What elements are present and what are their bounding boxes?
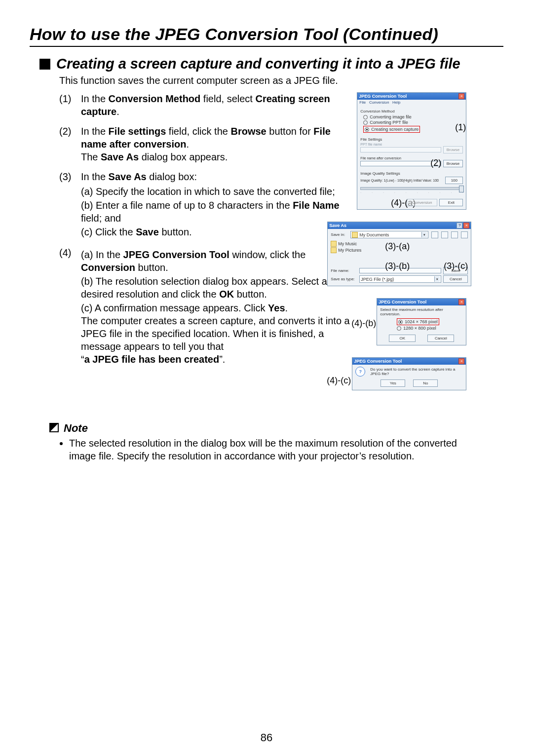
menu-conversion[interactable]: Conversion xyxy=(369,100,389,105)
menu-file[interactable]: File xyxy=(359,100,366,105)
chevron-down-icon: ▾ xyxy=(434,276,440,282)
step-3: (3) In the Save As dialog box: (a) Speci… xyxy=(59,170,352,239)
help-icon[interactable]: ? xyxy=(457,223,462,228)
radio-icon xyxy=(365,127,369,132)
figures-column: JPEG Conversion Tool × File Conversion H… xyxy=(357,92,503,402)
substeps: (a) In the JPEG Conversion Tool window, … xyxy=(81,248,352,366)
step-number: (3) xyxy=(59,170,81,239)
window-body: Select the maximum resolution after conv… xyxy=(377,305,466,345)
step-body: (a) In the JPEG Conversion Tool window, … xyxy=(81,246,352,367)
close-icon[interactable]: × xyxy=(463,223,469,228)
conversion-button[interactable]: Conversion xyxy=(407,199,437,206)
up-icon[interactable] xyxy=(441,231,448,238)
radio-1280x800[interactable]: 1280 × 800 pixel xyxy=(397,326,463,331)
titlebar: JPEG Conversion Tool × xyxy=(377,299,466,305)
note-item: The selected resolution in the dialog bo… xyxy=(69,437,474,462)
group-image-quality: Image Quality Settings xyxy=(360,171,463,176)
document-page: How to use the JPEG Conversion Tool (Con… xyxy=(0,0,533,756)
saveastype-value: JPEG File (*.jpg) xyxy=(361,277,394,282)
window-body: Save in: My Documents ▾ My Music xyxy=(328,229,471,286)
section-title: Creating a screen capture and converting… xyxy=(39,56,503,72)
folder-icon xyxy=(331,247,337,253)
radio-icon xyxy=(398,320,403,324)
radio-converting-image[interactable]: Converting image file xyxy=(363,114,463,119)
step-2: (2) In the File settings field, click th… xyxy=(59,125,352,163)
slider-ticks: ·········· xyxy=(360,191,463,194)
radio-icon xyxy=(397,326,401,331)
substep-4b: (b) The resolution selection dialog box … xyxy=(81,275,352,301)
note-list: The selected resolution in the dialog bo… xyxy=(59,437,474,462)
quality-label: Image Quality: 1(Low) - 100(High) Initia… xyxy=(360,179,443,182)
radio-converting-ppt[interactable]: Converting PPT file xyxy=(363,120,463,125)
step-4: (4) (a) In the JPEG Conversion Tool wind… xyxy=(59,246,352,367)
window-title: Save As xyxy=(329,223,457,228)
filled-square-icon xyxy=(39,59,50,70)
step-number: (2) xyxy=(59,125,81,163)
step-1: (1) In the Conversion Method field, sele… xyxy=(59,92,352,118)
close-icon[interactable]: × xyxy=(458,93,464,99)
new-folder-icon[interactable] xyxy=(451,231,458,238)
radio-icon xyxy=(363,120,368,125)
figure-resolution-dialog: JPEG Conversion Tool × Select the maximu… xyxy=(377,298,466,345)
radio-1024x768[interactable]: 1024 × 768 pixel xyxy=(397,318,439,325)
substep-4c: (c) A confirmation message appears. Clic… xyxy=(81,302,352,366)
callout-3a: (3)-(a) xyxy=(385,241,410,252)
close-icon[interactable]: × xyxy=(458,358,464,364)
figure-save-as-dialog: Save As ? × Save in: My Documents ▾ xyxy=(327,222,471,286)
substeps: (a) Specify the location in which to sav… xyxy=(81,185,352,238)
folder-icon xyxy=(352,232,358,238)
menubar: File Conversion Help xyxy=(357,100,466,105)
substep-3c: (c) Click the Save button. xyxy=(81,226,352,238)
menu-help[interactable]: Help xyxy=(392,100,400,105)
note-heading: Note xyxy=(49,422,503,435)
after-conversion-input[interactable] xyxy=(360,161,441,166)
step-body: In the File settings field, click the Br… xyxy=(81,125,352,163)
figure-jpeg-tool-window: JPEG Conversion Tool × File Conversion H… xyxy=(357,92,466,210)
saveastype-dropdown[interactable]: JPEG File (*.jpg) ▾ xyxy=(359,275,441,283)
substep-4a: (a) In the JPEG Conversion Tool window, … xyxy=(81,248,352,274)
substep-3a: (a) Specify the location in which to sav… xyxy=(81,185,352,198)
back-icon[interactable] xyxy=(431,231,438,238)
resolution-message: Select the maximum resolution after conv… xyxy=(380,307,463,316)
steps-column: (1) In the Conversion Method field, sele… xyxy=(59,92,352,374)
yes-button[interactable]: Yes xyxy=(381,379,405,387)
confirm-message: Do you want to convert the screen captur… xyxy=(370,367,463,376)
views-icon[interactable] xyxy=(461,231,468,238)
filename-label: File name: xyxy=(331,268,357,273)
section-intro: This function saves the current computer… xyxy=(59,75,503,86)
window-title: JPEG Conversion Tool xyxy=(379,300,458,304)
save-in-dropdown[interactable]: My Documents ▾ xyxy=(350,231,428,238)
window-title: JPEG Conversion Tool xyxy=(359,94,458,99)
callout-4b: (4)-(b) xyxy=(351,318,376,329)
titlebar: JPEG Conversion Tool × xyxy=(352,358,466,365)
group-conversion-method: Conversion Method xyxy=(360,109,463,113)
exit-button[interactable]: Exit xyxy=(439,199,463,206)
callout-3b: (3)-(b) xyxy=(385,261,410,271)
step-list: (1) In the Conversion Method field, sele… xyxy=(59,92,352,367)
ppt-filename-label: PPT file name xyxy=(360,143,463,146)
question-icon: ? xyxy=(355,367,365,377)
close-icon[interactable]: × xyxy=(458,299,464,305)
browse-after-button[interactable]: Browse xyxy=(443,160,463,167)
ppt-filename-input[interactable] xyxy=(360,147,441,152)
ok-button[interactable]: OK xyxy=(389,335,416,342)
step-number: (4) xyxy=(59,246,81,367)
radio-creating-screen-capture[interactable]: Creating screen capture xyxy=(363,126,420,133)
slider-thumb-icon xyxy=(459,186,464,192)
save-in-label: Save in: xyxy=(331,232,348,237)
window-body: Conversion Method Converting image file … xyxy=(357,105,466,209)
folder-icon xyxy=(331,241,337,247)
step-body: In the Save As dialog box: (a) Specify t… xyxy=(81,170,352,239)
title-divider xyxy=(30,46,503,47)
chevron-down-icon: ▾ xyxy=(421,232,427,237)
cancel-button[interactable]: Cancel xyxy=(427,335,454,342)
cancel-button[interactable]: Cancel xyxy=(443,275,468,283)
quality-value[interactable]: 100 xyxy=(445,177,463,184)
callout-3c: (3)-(c) xyxy=(444,261,468,271)
no-button[interactable]: No xyxy=(413,379,438,387)
quality-slider[interactable] xyxy=(360,187,463,190)
step-number: (1) xyxy=(59,92,81,118)
radio-icon xyxy=(363,115,368,119)
section-title-text: Creating a screen capture and converting… xyxy=(56,56,460,72)
browse-ppt-button: Browse xyxy=(443,146,463,153)
